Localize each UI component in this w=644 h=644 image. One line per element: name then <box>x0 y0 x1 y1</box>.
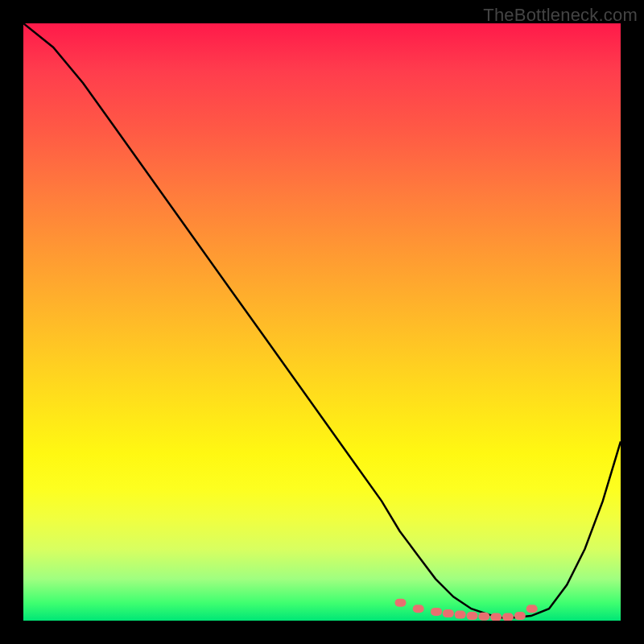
highlight-dot <box>395 599 407 607</box>
highlight-dot <box>502 613 514 621</box>
watermark-text: TheBottleneck.com <box>483 5 638 26</box>
highlight-dot <box>413 605 424 613</box>
highlight-dot <box>455 611 466 619</box>
highlight-dot <box>431 608 442 616</box>
highlight-dot <box>467 612 478 620</box>
chart-svg <box>23 23 621 621</box>
highlight-dot <box>443 609 454 617</box>
highlight-dot <box>490 613 502 621</box>
highlight-dot <box>514 612 526 620</box>
highlight-dot <box>526 605 538 613</box>
highlight-dot <box>478 613 489 621</box>
bottleneck-curve-line <box>23 23 621 617</box>
highlight-dots-group <box>395 599 538 621</box>
